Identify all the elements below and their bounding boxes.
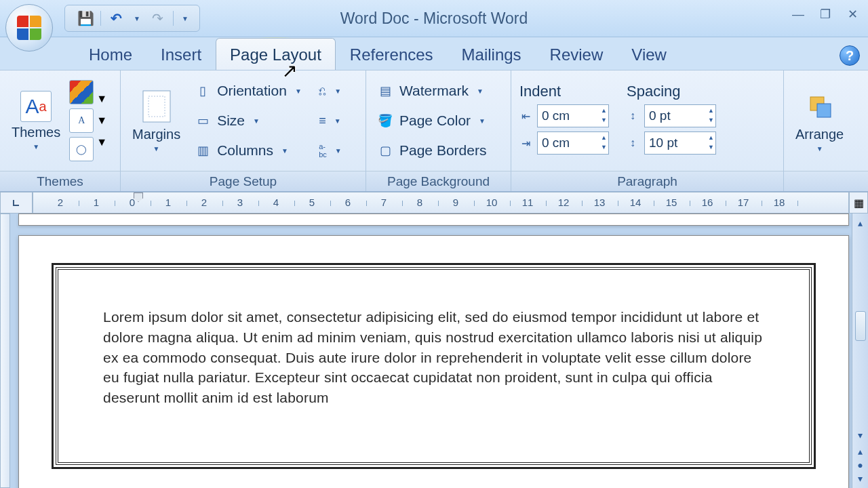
document-body-text[interactable]: Lorem ipsum dolor sit amet, consectetur … <box>103 307 764 408</box>
page-borders-button[interactable]: ▢Page Borders <box>372 138 505 163</box>
prev-page-icon[interactable]: ▴ <box>858 446 863 457</box>
theme-fonts-dropdown[interactable]: ▼ <box>96 115 107 127</box>
view-ruler-toggle[interactable]: ▦ <box>849 192 868 214</box>
next-page-icon[interactable]: ▾ <box>858 473 863 484</box>
undo-button[interactable]: ↶ <box>106 9 125 28</box>
ruler-horizontal[interactable]: 210123456789101112131415161718 <box>33 192 849 214</box>
office-button[interactable] <box>5 4 53 52</box>
browse-object-icon[interactable]: ● <box>857 460 863 470</box>
scroll-thumb[interactable] <box>855 311 866 341</box>
save-button[interactable]: 💾 <box>76 9 95 28</box>
indent-right-icon: ⇥ <box>517 136 534 150</box>
orientation-icon: ▯ <box>194 82 212 100</box>
themes-icon: Aa <box>20 91 52 122</box>
help-button[interactable]: ? <box>840 45 860 66</box>
hyphenation-button[interactable]: a-bc▼ <box>314 138 344 163</box>
svg-rect-0 <box>143 91 170 122</box>
office-logo-icon <box>17 16 41 40</box>
margins-button[interactable]: Margins ▼ <box>126 77 186 165</box>
theme-effects-dropdown[interactable]: ▼ <box>96 136 107 148</box>
breaks-button[interactable]: ⎌▼ <box>314 78 344 104</box>
indent-left-input[interactable]: 0 cm▲▼ <box>537 104 609 127</box>
close-button[interactable]: ✕ <box>844 7 861 22</box>
group-pagebg-label: Page Background <box>366 171 511 191</box>
line-numbers-button[interactable]: ≡▼ <box>314 108 344 134</box>
undo-dropdown[interactable]: ▼ <box>131 12 143 25</box>
margins-label: Margins <box>132 127 180 142</box>
line-numbers-icon: ≡ <box>319 112 326 129</box>
watermark-button[interactable]: ▤Watermark▼ <box>372 78 505 104</box>
spacing-heading: Spacing <box>624 83 716 100</box>
themes-button[interactable]: Aa Themes ▼ <box>5 77 66 165</box>
page-color-icon: 🪣 <box>376 112 394 129</box>
minimize-button[interactable]: — <box>789 7 807 22</box>
tab-home[interactable]: Home <box>75 38 146 70</box>
size-button[interactable]: ▭Size▼ <box>189 108 311 134</box>
page-color-button[interactable]: 🪣Page Color▼ <box>372 108 505 134</box>
hyphenation-icon: a-bc <box>319 142 327 159</box>
space-before-input[interactable]: 0 pt▲▼ <box>644 104 716 127</box>
qat-customize[interactable]: ▼ <box>179 12 191 25</box>
arrange-button[interactable]: Arrange ▼ <box>789 77 850 165</box>
space-before-icon: ↕ <box>624 108 642 123</box>
svg-rect-3 <box>817 104 831 117</box>
themes-label: Themes <box>12 125 60 140</box>
tab-review[interactable]: Review <box>536 38 618 70</box>
restore-button[interactable]: ❐ <box>816 7 834 22</box>
scroll-down-icon[interactable]: ▾ <box>858 430 863 441</box>
group-pagesetup-label: Page Setup <box>121 171 366 191</box>
space-after-input[interactable]: 10 pt▲▼ <box>644 131 716 155</box>
tab-insert[interactable]: Insert <box>146 38 216 70</box>
space-after-icon: ↕ <box>624 136 642 150</box>
size-icon: ▭ <box>194 112 212 129</box>
tab-references[interactable]: References <box>336 38 448 70</box>
arrange-icon <box>802 89 837 124</box>
indent-right-input[interactable]: 0 cm▲▼ <box>537 131 609 155</box>
page-borders-icon: ▢ <box>376 142 394 159</box>
ruler-vertical[interactable]: 21123 <box>0 214 10 488</box>
margins-icon <box>139 89 174 124</box>
theme-colors-button[interactable] <box>69 80 94 104</box>
tab-page-layout[interactable]: Page Layout <box>216 38 336 70</box>
document-page[interactable]: Lorem ipsum dolor sit amet, consectetur … <box>18 235 849 488</box>
theme-colors-dropdown[interactable]: ▼ <box>96 93 107 105</box>
group-arrange-label <box>784 171 868 191</box>
tab-view[interactable]: View <box>617 38 681 70</box>
group-paragraph-label: Paragraph <box>511 171 783 191</box>
orientation-button[interactable]: ▯Orientation▼ <box>189 78 311 104</box>
theme-fonts-button[interactable]: A <box>69 108 94 133</box>
tab-mailings[interactable]: Mailings <box>448 38 536 70</box>
columns-icon: ▥ <box>194 142 212 159</box>
theme-effects-button[interactable]: ◯ <box>69 137 94 161</box>
columns-button[interactable]: ▥Columns▼ <box>189 138 311 163</box>
redo-button[interactable]: ↷ <box>149 9 167 28</box>
group-themes-label: Themes <box>0 171 120 191</box>
scroll-up-icon[interactable]: ▴ <box>858 218 863 228</box>
breaks-icon: ⎌ <box>319 82 326 100</box>
indent-heading: Indent <box>517 83 609 100</box>
window-title: Word Doc - Microsoft Word <box>340 9 528 28</box>
arrange-label: Arrange <box>795 127 844 142</box>
quick-access-toolbar: 💾 ↶ ▼ ↷ ▼ <box>64 5 200 32</box>
vertical-scrollbar[interactable]: ▴ ▾ ▴ ● ▾ <box>852 214 868 488</box>
tab-selector[interactable] <box>0 192 33 214</box>
page-prev-strip <box>18 214 849 226</box>
document-scroll[interactable]: Lorem ipsum dolor sit amet, consectetur … <box>10 214 868 488</box>
indent-left-icon: ⇤ <box>517 108 534 123</box>
watermark-icon: ▤ <box>376 82 394 100</box>
